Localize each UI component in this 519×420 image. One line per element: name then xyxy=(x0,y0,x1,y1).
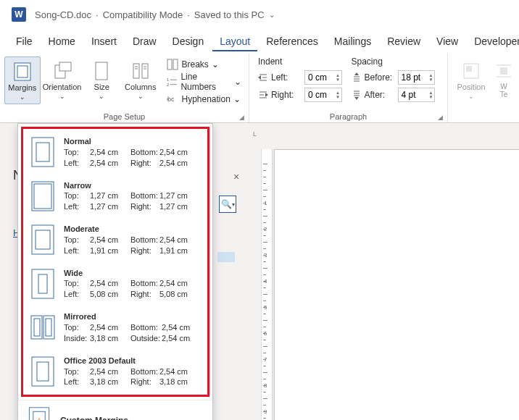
position-button: Position ⌄ xyxy=(452,56,490,103)
orientation-button[interactable]: Orientation ⌄ xyxy=(43,56,81,103)
margin-wide-icon xyxy=(30,268,55,300)
annotation-highlight: NormalTop:2,54 cmBottom:2,54 cmLeft:2,54… xyxy=(21,127,209,397)
hyphenation-icon: bc xyxy=(167,93,178,105)
wrap-text-button: WTe xyxy=(493,56,515,101)
menu-home[interactable]: Home xyxy=(41,31,83,51)
breaks-button[interactable]: Breaks⌄ xyxy=(164,56,244,72)
svg-rect-51 xyxy=(32,269,54,298)
svg-rect-45 xyxy=(32,138,54,167)
chevron-down-icon: ⌄ xyxy=(138,93,144,100)
svg-rect-47 xyxy=(32,182,54,211)
menu-design[interactable]: Design xyxy=(165,31,212,51)
svg-rect-4 xyxy=(96,62,107,80)
search-button[interactable]: 🔍▾ xyxy=(219,196,236,213)
word-logo-icon: W xyxy=(12,7,26,22)
margin-preset-narrow[interactable]: NarrowTop:1,27 cmBottom:1,27 cmLeft:1,27… xyxy=(25,175,206,219)
menu-developer[interactable]: Developer xyxy=(467,31,519,51)
hyphenation-button[interactable]: bc Hyphenation⌄ xyxy=(164,91,244,107)
ribbon: Margins ⌄ Orientation ⌄ Size ⌄ Columns ⌄ xyxy=(0,54,519,123)
svg-rect-57 xyxy=(32,357,54,386)
svg-rect-37 xyxy=(500,67,507,75)
indent-right-icon xyxy=(258,90,268,100)
svg-text:2: 2 xyxy=(167,83,169,87)
title-bar: W Song-CD.doc · Compatibility Mode · Sav… xyxy=(0,0,519,29)
svg-marker-30 xyxy=(265,93,268,97)
svg-rect-36 xyxy=(466,66,472,72)
margin-preset-moderate[interactable]: ModerateTop:2,54 cmBottom:2,54 cmLeft:1,… xyxy=(25,218,206,262)
menu-view[interactable]: View xyxy=(429,31,465,51)
wrap-text-icon xyxy=(494,61,514,81)
margins-button[interactable]: Margins ⌄ xyxy=(4,56,41,104)
dialog-launcher-icon[interactable]: ◢ xyxy=(239,114,244,121)
spacing-before-icon xyxy=(352,72,362,83)
line-numbers-icon: 12 xyxy=(167,76,178,88)
spacing-after-input[interactable]: ▲▼ xyxy=(398,88,436,102)
menu-layout[interactable]: Layout xyxy=(212,31,257,51)
close-navigation-icon[interactable]: × xyxy=(233,171,239,182)
svg-rect-53 xyxy=(31,316,42,339)
chevron-down-icon: ⌄ xyxy=(99,93,104,100)
spacing-before-input[interactable]: ▲▼ xyxy=(398,70,436,85)
chevron-down-icon: ⌄ xyxy=(20,93,25,101)
save-status[interactable]: Saved to this PC xyxy=(194,9,265,20)
dialog-launcher-icon[interactable]: ◢ xyxy=(438,114,443,121)
menu-draw[interactable]: Draw xyxy=(125,31,164,51)
menu-review[interactable]: Review xyxy=(380,31,428,51)
custom-margins-item[interactable]: Custom Margins xyxy=(18,400,212,420)
spacing-after-icon xyxy=(352,90,362,100)
svg-marker-22 xyxy=(258,75,261,80)
margin-narrow-icon xyxy=(30,180,55,212)
margin-moderate-icon xyxy=(30,224,55,256)
breaks-icon xyxy=(167,59,178,70)
document-page[interactable] xyxy=(274,149,519,420)
indent-header: Indent xyxy=(258,56,346,68)
selection-highlight xyxy=(217,252,235,262)
chevron-down-icon: ⌄ xyxy=(59,93,65,100)
svg-rect-54 xyxy=(43,316,54,339)
svg-rect-11 xyxy=(167,59,172,70)
vertical-ruler: 123456789 xyxy=(261,149,273,420)
group-label-page-setup: Page Setup xyxy=(104,112,146,121)
spacing-header: Spacing xyxy=(352,56,439,68)
svg-rect-12 xyxy=(173,59,178,70)
line-numbers-button[interactable]: 12 Line Numbers⌄ xyxy=(164,74,244,90)
chevron-down-icon[interactable]: ⌄ xyxy=(269,11,275,19)
svg-rect-6 xyxy=(142,64,148,78)
custom-margins-icon xyxy=(27,406,51,420)
size-button[interactable]: Size ⌄ xyxy=(84,56,120,103)
margin-mirrored-icon xyxy=(30,311,55,343)
margin-preset-normal[interactable]: NormalTop:2,54 cmBottom:2,54 cmLeft:2,54… xyxy=(25,130,206,175)
margin-preset-wide[interactable]: WideTop:2,54 cmBottom:2,54 cmLeft:5,08 c… xyxy=(25,262,206,306)
menu-references[interactable]: References xyxy=(259,31,325,51)
filename: Song-CD.doc xyxy=(35,9,91,20)
menu-mailings[interactable]: Mailings xyxy=(327,31,378,51)
indent-right-input[interactable]: ▲▼ xyxy=(304,88,342,102)
margin-o2003-icon xyxy=(30,356,55,387)
size-icon xyxy=(91,61,112,81)
group-paragraph: Indent Spacing Left: ▲▼ Before: ▲▼ R xyxy=(249,54,448,122)
ruler-corner: L xyxy=(253,130,257,138)
document-title: Song-CD.doc · Compatibility Mode · Saved… xyxy=(35,9,275,20)
margins-icon xyxy=(12,62,33,82)
columns-button[interactable]: Columns ⌄ xyxy=(123,56,158,103)
indent-left-input[interactable]: ▲▼ xyxy=(304,70,342,85)
margins-dropdown: NormalTop:2,54 cmBottom:2,54 cmLeft:2,54… xyxy=(17,123,213,420)
menu-file[interactable]: File xyxy=(9,31,40,51)
svg-marker-26 xyxy=(354,72,359,75)
indent-left-icon xyxy=(258,72,268,83)
svg-rect-5 xyxy=(133,64,139,78)
svg-text:1: 1 xyxy=(167,77,169,82)
orientation-icon xyxy=(52,61,72,81)
group-page-setup: Margins ⌄ Orientation ⌄ Size ⌄ Columns ⌄ xyxy=(0,54,249,122)
compat-mode: Compatibility Mode xyxy=(103,9,183,20)
group-arrange: Position ⌄ WTe xyxy=(448,54,519,122)
margin-normal-icon xyxy=(30,136,55,168)
svg-marker-34 xyxy=(354,97,359,100)
margin-preset-o2003[interactable]: Office 2003 DefaultTop:2,54 cmBottom:2,5… xyxy=(25,350,206,394)
menu-bar: FileHomeInsertDrawDesignLayoutReferences… xyxy=(0,29,519,54)
columns-icon xyxy=(130,61,151,81)
group-label-paragraph: Paragraph xyxy=(330,112,367,121)
menu-insert[interactable]: Insert xyxy=(84,31,124,51)
position-icon xyxy=(461,61,481,81)
margin-preset-mirrored[interactable]: MirroredTop:2,54 cmBottom:2,54 cmInside:… xyxy=(25,306,206,350)
